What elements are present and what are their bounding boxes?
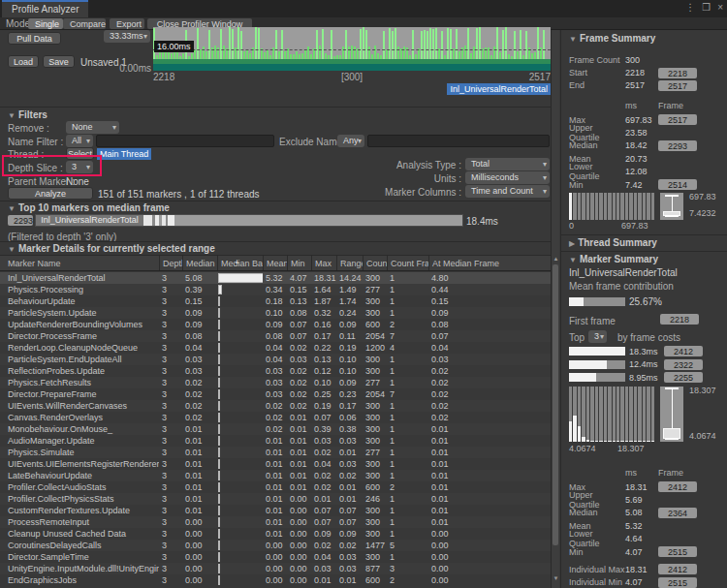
- frame-link-button[interactable]: 2412: [664, 346, 703, 356]
- load-button[interactable]: Load: [8, 55, 39, 68]
- table-row[interactable]: Director.ProcessFrame30.080.080.070.170.…: [0, 330, 551, 342]
- scroll-down-icon[interactable]: ▼: [552, 575, 560, 581]
- table-row[interactable]: Inl_UniversalRenderTotal35.085.324.0718.…: [0, 272, 551, 284]
- scroll-up-icon[interactable]: ▲: [552, 256, 560, 262]
- median-bar-cell: [217, 470, 263, 481]
- frame-link-button[interactable]: 2412: [658, 481, 697, 492]
- table-row[interactable]: Monobehaviour.OnMouse_30.010.020.010.390…: [0, 423, 551, 435]
- table-row[interactable]: UIEvents.WillRenderCanvases30.020.020.02…: [0, 400, 551, 412]
- table-row[interactable]: Profiler.CollectAudioStats30.010.010.010…: [0, 481, 551, 493]
- frame-time-chart[interactable]: 16.00ms: [153, 27, 551, 71]
- frame-link-button[interactable]: 2412: [658, 564, 697, 574]
- col-at-median-frame[interactable]: At Median Frame: [428, 256, 520, 270]
- table-row[interactable]: UpdateRendererBoundingVolumes30.090.090.…: [0, 319, 551, 330]
- tab-profile-analyzer[interactable]: Profile Analyzer: [2, 0, 88, 17]
- thread-select-button[interactable]: Select: [66, 147, 94, 160]
- table-row[interactable]: Profiler.CollectPhysicsStats30.010.010.0…: [0, 493, 551, 505]
- kebab-menu-icon[interactable]: ⋮: [685, 2, 695, 13]
- frame-range-dropdown[interactable]: 33.33ms ▾: [104, 30, 150, 43]
- exclude-mode-dropdown[interactable]: Any ▾: [337, 135, 364, 147]
- save-button[interactable]: Save: [43, 55, 75, 68]
- maximize-icon[interactable]: ❒: [702, 2, 711, 13]
- remove-dropdown[interactable]: None ▾: [66, 121, 119, 134]
- frame-link-button[interactable]: 2514: [658, 179, 697, 190]
- mode-compare-button[interactable]: Compare: [63, 18, 106, 29]
- scrollbar-thumb[interactable]: [553, 264, 558, 545]
- table-row[interactable]: BehaviourUpdate30.150.180.131.871.743001…: [0, 295, 551, 307]
- vertical-scrollbar[interactable]: ▲ ▼: [551, 30, 559, 588]
- table-row[interactable]: ReflectionProbes.Update30.030.030.020.12…: [0, 365, 551, 377]
- frame-link-button[interactable]: 2517: [658, 80, 697, 91]
- thread-summary-header[interactable]: ▶Thread Summary: [569, 237, 657, 248]
- marker-details-header[interactable]: ▼Marker Details for currently selected r…: [8, 243, 215, 254]
- table-cell: 0.15: [182, 295, 217, 307]
- frame-link-button[interactable]: 2515: [658, 546, 697, 557]
- frame-link-button[interactable]: 2364: [658, 508, 697, 518]
- export-button[interactable]: Export: [110, 18, 144, 29]
- histogram-bucket: [573, 193, 576, 220]
- table-row[interactable]: RenderLoop.CleanupNodeQueue30.040.040.02…: [0, 342, 551, 354]
- frame-summary-header[interactable]: ▼Frame Summary: [569, 33, 655, 44]
- top-n-dropdown[interactable]: 3 ▾: [588, 330, 607, 343]
- col-count[interactable]: Count: [363, 256, 387, 270]
- table-row[interactable]: LateBehaviourUpdate30.010.010.010.020.02…: [0, 470, 551, 481]
- table-row[interactable]: UnityEngine.InputModule.dll!UnityEngineI…: [0, 563, 551, 574]
- table-row[interactable]: ParticleSystem.Update30.090.100.080.320.…: [0, 307, 551, 319]
- histogram-bucket: [578, 193, 581, 220]
- table-row[interactable]: Physics.FetchResults30.020.030.020.100.0…: [0, 377, 551, 388]
- name-filter-mode-dropdown[interactable]: All ▾: [66, 135, 93, 147]
- frame-link-button[interactable]: 2322: [664, 359, 703, 370]
- table-row[interactable]: EndGraphicsJobs30.000.000.000.010.016002…: [0, 574, 551, 586]
- top10-marker-bar[interactable]: Inl_UniversalRenderTotal: [35, 214, 463, 227]
- col-depth[interactable]: Depth: [159, 256, 182, 270]
- col-median-bar[interactable]: ▴Median Bar: [217, 256, 263, 270]
- stat-row: Lower Quartile12.08: [561, 166, 727, 178]
- marker-columns-dropdown[interactable]: Time and Count ▾: [465, 185, 550, 198]
- col-max[interactable]: Max: [311, 256, 336, 270]
- col-mean[interactable]: Mean: [263, 256, 287, 270]
- frame-link-button[interactable]: 2515: [658, 577, 697, 588]
- mode-single-button[interactable]: Single: [28, 18, 63, 29]
- filters-header[interactable]: ▼Filters: [8, 109, 47, 120]
- frame-histogram[interactable]: [569, 193, 654, 220]
- frame-link-button[interactable]: 2255: [664, 372, 703, 383]
- col-min[interactable]: Min: [287, 256, 311, 270]
- table-row[interactable]: Director.PrepareFrame30.020.030.020.250.…: [0, 388, 551, 400]
- exclude-names-input[interactable]: [367, 135, 550, 147]
- frame-link-button[interactable]: 2293: [658, 140, 697, 151]
- table-row[interactable]: ParticleSystem.EndUpdateAll30.030.040.03…: [0, 354, 551, 365]
- pull-data-button[interactable]: Pull Data: [8, 32, 61, 45]
- table-row[interactable]: AudioManager.Update30.010.010.010.030.03…: [0, 435, 551, 447]
- table-row[interactable]: Physics.Simulate30.010.010.010.020.01277…: [0, 447, 551, 458]
- col-range[interactable]: Range: [336, 256, 363, 270]
- table-row[interactable]: UIEvents.UIElementsRegisterRenderers30.0…: [0, 458, 551, 470]
- first-frame-button[interactable]: 2218: [660, 314, 699, 325]
- analysis-type-dropdown[interactable]: Total ▾: [465, 158, 550, 170]
- table-row[interactable]: CoroutinesDelayedCalls30.000.000.000.020…: [0, 540, 551, 551]
- col-marker-name[interactable]: Marker Name: [0, 256, 159, 270]
- chart-selected-marker-label[interactable]: Inl_UniversalRenderTotal: [447, 83, 551, 95]
- median-bar-cell: [217, 493, 263, 505]
- units-dropdown[interactable]: Milliseconds ▾: [465, 171, 550, 184]
- col-median[interactable]: Median: [182, 256, 217, 270]
- marker-histogram[interactable]: [569, 387, 654, 442]
- table-row[interactable]: Cleanup Unused Cached Data30.000.010.000…: [0, 528, 551, 540]
- table-row[interactable]: CustomRenderTextures.Update30.010.010.00…: [0, 505, 551, 516]
- frame-link-button[interactable]: 2517: [658, 114, 697, 125]
- table-row[interactable]: Director.SampleTime30.000.000.000.040.03…: [0, 551, 551, 563]
- name-filter-input[interactable]: [96, 135, 274, 147]
- table-cell: 0.01: [336, 447, 363, 458]
- col-count-frame[interactable]: Count Frame: [387, 256, 428, 270]
- top10-frame-button[interactable]: 2293: [8, 215, 33, 226]
- top10-header[interactable]: ▼Top 10 markers on median frame: [8, 202, 170, 213]
- frame-link-button[interactable]: 2218: [658, 68, 697, 78]
- thread-value[interactable]: Main Thread: [97, 148, 151, 160]
- table-cell: EndGraphicsJobs: [0, 574, 159, 586]
- marker-summary-header[interactable]: ▼Marker Summary: [569, 254, 658, 264]
- table-row[interactable]: Physics.Processing30.390.340.151.641.492…: [0, 284, 551, 295]
- table-row[interactable]: Canvas.RenderOverlays30.020.020.010.070.…: [0, 412, 551, 423]
- table-row[interactable]: ProcessRemoteInput30.000.010.000.070.073…: [0, 516, 551, 528]
- close-icon[interactable]: ×: [717, 2, 723, 13]
- analyze-button[interactable]: Analyze: [8, 187, 93, 200]
- depth-slice-dropdown[interactable]: 3 ▾: [66, 161, 93, 173]
